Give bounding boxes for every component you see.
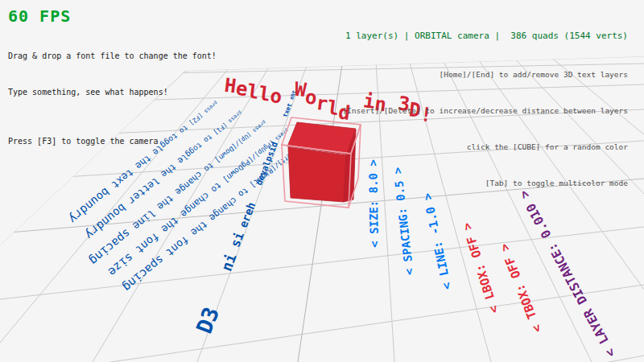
help-multicolor: [Tab] to toggle multicolor mode <box>342 177 628 189</box>
help-toggle-camera: Press [F3] to toggle the camera <box>8 135 217 147</box>
left-help-block: Drag & drop a font file to change the fo… <box>8 26 217 171</box>
app-window: press [F2] to toggle the text boundrypre… <box>0 0 644 362</box>
help-type-something: Type something, see what happens! <box>8 86 217 98</box>
render-stats: 1 layer(s) | ORBITAL camera | 386 quads … <box>342 30 628 42</box>
help-drag-drop: Drag & drop a font file to change the fo… <box>8 50 217 62</box>
right-help-block: 1 layer(s) | ORBITAL camera | 386 quads … <box>342 6 628 213</box>
help-layers: [Home]/[End] to add/remove 3D text layer… <box>342 68 628 80</box>
fps-counter: 60 FPS <box>8 6 71 26</box>
help-layer-distance: [Insert]/[Delete] to increase/decrease d… <box>342 105 628 117</box>
help-cube-color: click the [CUBE] for a random color <box>342 141 628 153</box>
